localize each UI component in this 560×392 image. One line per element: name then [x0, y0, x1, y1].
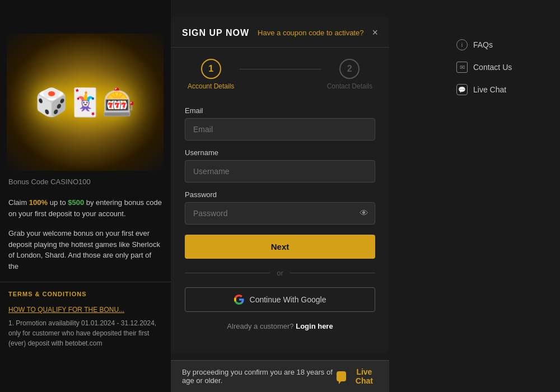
envelope-icon: ✉ [456, 62, 468, 73]
promo-percent: 100% [29, 198, 48, 207]
username-input[interactable] [185, 160, 375, 183]
coupon-link[interactable]: Have a coupon code to activate? [258, 29, 363, 37]
login-link[interactable]: Login here [296, 322, 333, 330]
background-left: Bonus Code CASINO100 Claim 100% up to $5… [0, 0, 171, 392]
modal-header: SIGN UP NOW Have a coupon code to activa… [171, 17, 389, 48]
already-customer-section: Already a customer? Login here [185, 322, 375, 330]
promo-description: Claim 100% up to $500 by entering bonus … [0, 193, 171, 223]
live-chat-button-label: Live Chat [351, 367, 378, 385]
or-text: or [277, 269, 283, 277]
livechat-label: Live Chat [473, 85, 506, 94]
promo-amount: $500 [68, 198, 84, 207]
sidebar-item-faqs[interactable]: i FAQs [456, 34, 552, 56]
form-section: Email Username Password 👁 Next or Contin… [171, 93, 389, 336]
email-input[interactable] [185, 118, 375, 141]
chat-icon: 💬 [456, 84, 468, 95]
google-button[interactable]: Continue With Google [185, 287, 375, 312]
step-2-label: Contact Details [327, 82, 372, 90]
eye-icon[interactable]: 👁 [360, 208, 368, 218]
or-line-left [185, 273, 270, 273]
signup-modal: SIGN UP NOW Have a coupon code to activa… [171, 17, 389, 353]
sidebar-item-livechat[interactable]: 💬 Live Chat [456, 78, 552, 101]
next-button[interactable]: Next [185, 235, 375, 259]
casino-banner-image [7, 34, 164, 171]
info-icon: i [456, 39, 468, 50]
live-chat-bar: By proceeding you confirm you are 18 yea… [171, 360, 389, 392]
terms-title: TERMS & CONDITIONS [8, 291, 162, 297]
chat-bubble-icon [337, 371, 346, 381]
step-1-label: Account Details [188, 82, 234, 90]
step-1-circle: 1 [201, 59, 221, 79]
promo-up-to: up to [48, 198, 68, 207]
live-chat-confirmation-text: By proceeding you confirm you are 18 yea… [182, 368, 337, 385]
step-connector [240, 69, 321, 69]
or-divider: or [185, 269, 375, 277]
step-1: 1 Account Details [188, 59, 234, 90]
promo-grab-text: Grab your welcome bonus on your first ev… [0, 223, 171, 276]
password-input[interactable] [185, 202, 375, 225]
live-chat-button[interactable]: Live Chat [337, 367, 378, 385]
terms-section: TERMS & CONDITIONS HOW TO QUALIFY FOR TH… [0, 282, 171, 357]
sidebar-item-contact[interactable]: ✉ Contact Us [456, 56, 552, 78]
email-label: Email [185, 106, 375, 115]
right-sidebar: i FAQs ✉ Contact Us 💬 Live Chat [448, 0, 560, 392]
faqs-label: FAQs [473, 40, 493, 49]
step-2: 2 Contact Details [327, 59, 372, 90]
close-button[interactable]: × [372, 27, 378, 39]
or-line-right [290, 273, 375, 273]
password-label: Password [185, 190, 375, 199]
bonus-code-text: Bonus Code CASINO100 [0, 171, 171, 193]
step-2-circle: 2 [339, 59, 360, 79]
promo-line1: Claim [8, 198, 29, 207]
username-label: Username [185, 148, 375, 157]
contact-label: Contact Us [473, 63, 512, 72]
google-icon [234, 295, 244, 305]
how-to-qualify-link[interactable]: HOW TO QUALIFY FOR THE BONU... [8, 306, 162, 314]
promo-detail-text: 1. Promotion availability 01.01.2024 - 3… [8, 318, 162, 348]
live-chat-content: By proceeding you confirm you are 18 yea… [182, 367, 378, 385]
password-wrapper: 👁 [185, 202, 375, 225]
already-customer-text: Already a customer? [227, 322, 293, 330]
steps-container: 1 Account Details 2 Contact Details [171, 48, 389, 93]
modal-title: SIGN UP NOW [182, 28, 249, 38]
google-button-label: Continue With Google [250, 295, 326, 304]
